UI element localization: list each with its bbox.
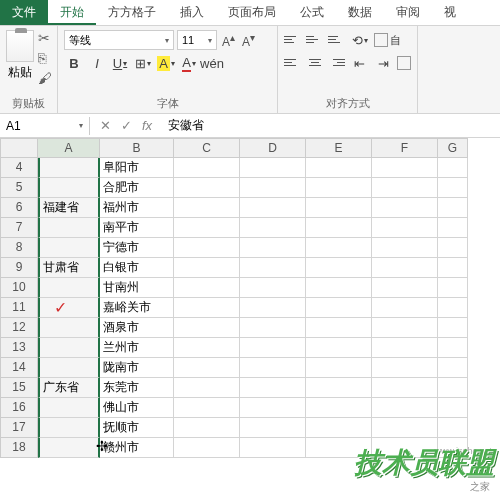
cell[interactable]: [38, 418, 100, 438]
cell[interactable]: [174, 298, 240, 318]
increase-font-button[interactable]: A▴: [220, 32, 237, 49]
row-header[interactable]: 18: [0, 438, 38, 458]
cell[interactable]: 赣州市: [100, 438, 174, 458]
merge-button[interactable]: [397, 53, 411, 73]
row-header[interactable]: 15: [0, 378, 38, 398]
cell[interactable]: [372, 358, 438, 378]
cell[interactable]: [372, 318, 438, 338]
cell[interactable]: [306, 258, 372, 278]
cell[interactable]: [240, 378, 306, 398]
cell[interactable]: 陇南市: [100, 358, 174, 378]
cell[interactable]: [438, 318, 468, 338]
tab-formula[interactable]: 公式: [288, 0, 336, 25]
cell[interactable]: 白银市: [100, 258, 174, 278]
fill-color-button[interactable]: A▾: [156, 53, 176, 73]
cell[interactable]: 广东省: [38, 378, 100, 398]
cell[interactable]: [438, 338, 468, 358]
cell[interactable]: [438, 258, 468, 278]
cell[interactable]: [38, 438, 100, 458]
row-header[interactable]: 16: [0, 398, 38, 418]
align-bottom-button[interactable]: [328, 30, 346, 48]
cell[interactable]: [240, 278, 306, 298]
name-box[interactable]: A1 ▾: [0, 117, 90, 135]
cell[interactable]: [438, 158, 468, 178]
formula-input[interactable]: 安徽省: [162, 115, 500, 136]
cell[interactable]: [174, 338, 240, 358]
cell[interactable]: [372, 378, 438, 398]
cell[interactable]: [38, 318, 100, 338]
cell[interactable]: 酒泉市: [100, 318, 174, 338]
cell[interactable]: [372, 338, 438, 358]
cut-icon[interactable]: ✂: [38, 30, 52, 46]
cell[interactable]: [438, 238, 468, 258]
wrap-text-button[interactable]: 自: [374, 30, 401, 50]
cell[interactable]: [174, 278, 240, 298]
cell[interactable]: [240, 338, 306, 358]
underline-button[interactable]: U▾: [110, 53, 130, 73]
cell[interactable]: [306, 198, 372, 218]
cell[interactable]: [372, 258, 438, 278]
cell[interactable]: 福州市: [100, 198, 174, 218]
cell[interactable]: [306, 298, 372, 318]
cell[interactable]: [174, 378, 240, 398]
row-header[interactable]: 5: [0, 178, 38, 198]
cell[interactable]: 东莞市: [100, 378, 174, 398]
cell[interactable]: [240, 178, 306, 198]
row-header[interactable]: 4: [0, 158, 38, 178]
cell[interactable]: [38, 358, 100, 378]
cell[interactable]: [372, 158, 438, 178]
cell[interactable]: [306, 238, 372, 258]
cell[interactable]: [38, 218, 100, 238]
column-header-b[interactable]: B: [100, 138, 174, 158]
cell[interactable]: [38, 278, 100, 298]
cell[interactable]: [438, 218, 468, 238]
align-right-button[interactable]: [328, 53, 346, 71]
column-header-f[interactable]: F: [372, 138, 438, 158]
cell[interactable]: [240, 318, 306, 338]
cell[interactable]: 甘肃省: [38, 258, 100, 278]
cell[interactable]: 兰州市: [100, 338, 174, 358]
bold-button[interactable]: B: [64, 53, 84, 73]
cell[interactable]: [306, 418, 372, 438]
cell[interactable]: [240, 418, 306, 438]
tab-review[interactable]: 审阅: [384, 0, 432, 25]
cell[interactable]: [38, 238, 100, 258]
row-header[interactable]: 9: [0, 258, 38, 278]
cell[interactable]: [306, 378, 372, 398]
cell[interactable]: [372, 238, 438, 258]
cell[interactable]: 宁德市: [100, 238, 174, 258]
cell[interactable]: [240, 258, 306, 278]
column-header-a[interactable]: A: [38, 138, 100, 158]
row-header[interactable]: 6: [0, 198, 38, 218]
italic-button[interactable]: I: [87, 53, 107, 73]
tab-file[interactable]: 文件: [0, 0, 48, 25]
cell[interactable]: [438, 278, 468, 298]
cell[interactable]: ✓: [38, 298, 100, 318]
format-painter-icon[interactable]: 🖌: [38, 70, 52, 86]
cell[interactable]: 南平市: [100, 218, 174, 238]
cell[interactable]: [174, 158, 240, 178]
row-header[interactable]: 12: [0, 318, 38, 338]
cell[interactable]: [438, 358, 468, 378]
cell[interactable]: [240, 298, 306, 318]
row-header[interactable]: 10: [0, 278, 38, 298]
cell[interactable]: [240, 198, 306, 218]
align-center-button[interactable]: [306, 53, 324, 71]
enter-icon[interactable]: ✓: [121, 118, 132, 133]
cell[interactable]: 嘉峪关市: [100, 298, 174, 318]
tab-layout[interactable]: 页面布局: [216, 0, 288, 25]
cell[interactable]: [174, 178, 240, 198]
align-middle-button[interactable]: [306, 30, 324, 48]
cell[interactable]: [372, 218, 438, 238]
tab-view[interactable]: 视: [432, 0, 468, 25]
font-name-select[interactable]: 等线 ▾: [64, 30, 174, 50]
cell[interactable]: [306, 278, 372, 298]
column-header-g[interactable]: G: [438, 138, 468, 158]
cell[interactable]: [240, 218, 306, 238]
tab-insert[interactable]: 插入: [168, 0, 216, 25]
indent-decrease-button[interactable]: ⇤: [349, 53, 369, 73]
row-header[interactable]: 14: [0, 358, 38, 378]
cell[interactable]: [306, 398, 372, 418]
row-header[interactable]: 8: [0, 238, 38, 258]
cell[interactable]: [306, 358, 372, 378]
